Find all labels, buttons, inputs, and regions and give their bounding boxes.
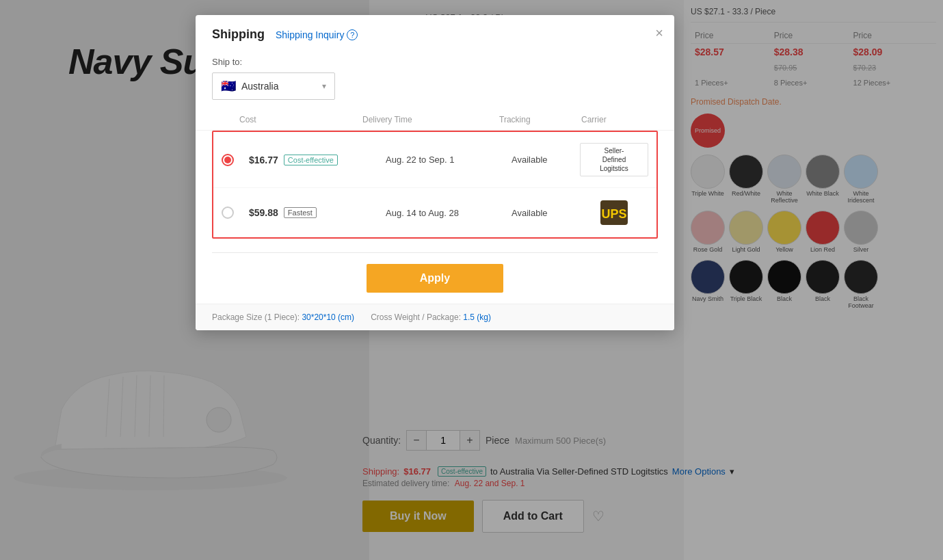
chevron-down-icon: ▾ <box>322 81 326 91</box>
option-1-badge: Cost-effective <box>284 155 338 165</box>
option-1-price: $16.77 <box>249 155 278 165</box>
country-dropdown[interactable]: 🇦🇺 Australia ▾ <box>212 72 335 100</box>
apply-button[interactable]: Apply <box>367 264 503 293</box>
option-1-tracking: Available <box>512 155 580 165</box>
option-2-delivery: Aug. 14 to Aug. 28 <box>386 208 512 218</box>
shipping-option-row[interactable]: $16.77 Cost-effective Aug. 22 to Sep. 1 … <box>213 132 656 188</box>
shipping-option-row[interactable]: $59.88 Fastest Aug. 14 to Aug. 28 Availa… <box>213 188 656 237</box>
apply-section: Apply <box>196 253 674 304</box>
ship-to-section: Ship to: 🇦🇺 Australia ▾ <box>196 50 674 109</box>
option-2-tracking: Available <box>512 208 580 218</box>
shipping-modal: Shipping Shipping Inquiry ? × Ship to: 🇦… <box>196 15 674 330</box>
col-tracking: Tracking <box>499 115 581 124</box>
option-2-badge: Fastest <box>284 207 317 218</box>
option-2-price: $59.88 <box>249 207 278 218</box>
col-cost: Cost <box>239 115 362 124</box>
package-info-bar: Package Size (1 Piece): 30*20*10 (cm) Cr… <box>196 304 674 330</box>
country-flag: 🇦🇺 <box>221 79 236 94</box>
ups-carrier-logo: UPS <box>580 199 648 226</box>
ship-to-label: Ship to: <box>212 57 658 67</box>
inquiry-icon[interactable]: ? <box>347 29 358 40</box>
option-1-delivery: Aug. 22 to Sep. 1 <box>386 155 512 165</box>
package-weight-label: Cross Weight / Package: <box>371 312 461 322</box>
modal-header: Shipping Shipping Inquiry ? × <box>196 15 674 50</box>
svg-text:UPS: UPS <box>601 207 626 221</box>
country-name: Australia <box>241 81 322 92</box>
shipping-table-header: Cost Delivery Time Tracking Carrier <box>196 109 674 131</box>
shipping-inquiry-link[interactable]: Shipping Inquiry <box>276 29 344 40</box>
modal-title: Shipping <box>212 27 265 42</box>
ups-logo-svg: UPS <box>597 199 631 226</box>
option-2-price-badge: $59.88 Fastest <box>249 207 386 218</box>
col-delivery: Delivery Time <box>362 115 499 124</box>
radio-option-1[interactable] <box>222 154 234 166</box>
option-1-price-badge: $16.77 Cost-effective <box>249 155 386 165</box>
package-size-value: 30*20*10 (cm) <box>302 312 354 322</box>
seller-carrier-logo: Seller-DefinedLogitstics <box>580 143 648 176</box>
modal-close-button[interactable]: × <box>655 26 663 40</box>
col-carrier: Carrier <box>581 115 658 124</box>
shipping-options-box: $16.77 Cost-effective Aug. 22 to Sep. 1 … <box>212 131 658 239</box>
radio-option-2[interactable] <box>222 206 234 219</box>
package-size-label: Package Size (1 Piece): <box>212 312 300 322</box>
package-weight-value: 1.5 (kg) <box>463 312 491 322</box>
